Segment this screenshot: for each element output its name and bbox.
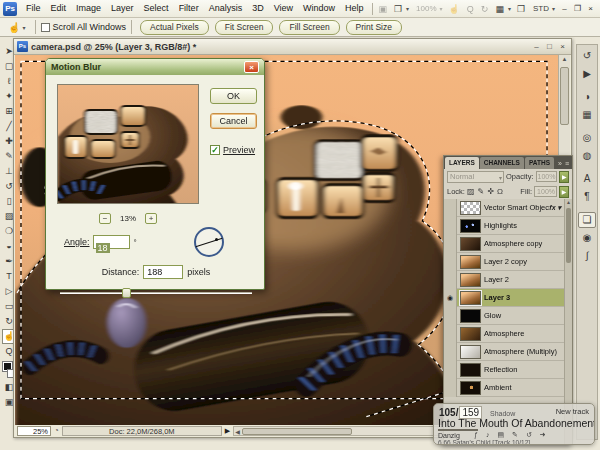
layer-thumbnail[interactable] [460,363,481,377]
layer-row-layer-2-copy[interactable]: ◉ Layer 2 copy fx ▾ [444,253,564,271]
menu-window[interactable]: Window [298,0,340,17]
menu-image[interactable]: Image [71,0,106,17]
distance-slider[interactable] [60,287,252,299]
menu-view[interactable]: View [269,0,298,17]
opacity-slider-button[interactable]: ▶ [559,171,569,183]
menu-edit[interactable]: Edit [46,0,72,17]
layers-scroll-up[interactable]: ▲ [565,199,572,205]
dock-styles[interactable]: ◎ [578,130,596,146]
player-edit[interactable]: ✎ [512,431,518,439]
options-button-actual-pixels[interactable]: Actual Pixels [140,20,209,35]
tab-channels[interactable]: CHANNELS [480,157,524,169]
doc-restore-button[interactable]: □ [544,42,555,51]
status-menu-arrow[interactable]: ▶ [225,427,230,435]
menu-help[interactable]: Help [340,0,369,17]
layer-thumbnail[interactable] [460,219,481,233]
options-button-fit-screen[interactable]: Fit Screen [215,20,274,35]
preview-toggle[interactable]: ✓ Preview [210,145,255,155]
layer-row-layer-3[interactable]: ◉ Layer 3 fx ▾ [444,289,564,307]
layer-thumbnail[interactable] [460,309,481,323]
dock-paths[interactable]: ∫ [578,248,596,264]
fill-slider-button[interactable]: ▶ [559,186,569,198]
layer-row-atmosphere-copy[interactable]: ◉ Atmosphere copy fx ▾ [444,235,564,253]
vertical-scroll-thumb[interactable] [560,67,569,125]
player-repeat[interactable]: ↺ [526,431,532,439]
toolbar-rotate-view[interactable]: ↻ [478,2,493,16]
visibility-toggle[interactable]: ◉ [444,361,457,379]
visibility-toggle[interactable]: ◉ [444,271,457,289]
collapse-panel-icon[interactable]: » [558,160,562,167]
toolbar-screen-mode[interactable]: ❐ [514,2,529,16]
menu-analysis[interactable]: Analysis [204,0,248,17]
visibility-toggle[interactable]: ◉ [444,379,457,397]
menu-layer[interactable]: Layer [106,0,139,17]
tool-preset-hand[interactable]: ☝ [4,22,30,33]
fx-badge[interactable]: fx ▾ [549,204,561,212]
doc-minimize-button[interactable]: – [531,42,542,51]
close-button[interactable]: × [584,3,597,15]
dock-layers[interactable]: ❏ [578,212,596,228]
angle-input[interactable]: 18 [93,235,130,249]
menu-filter[interactable]: Filter [174,0,204,17]
visibility-toggle[interactable]: ◉ [444,253,457,271]
zoom-in-button[interactable]: + [145,213,157,224]
options-button-fill-screen[interactable]: Fill Screen [279,20,339,35]
toolbar-zoom[interactable]: Q [464,2,478,16]
visibility-toggle[interactable]: ◉ [444,325,457,343]
angle-dial[interactable] [194,227,224,257]
layer-thumbnail[interactable] [460,327,481,341]
blend-mode-select[interactable]: Normal [447,171,504,183]
visibility-toggle[interactable]: ◉ [444,217,457,235]
zoom-level-field[interactable]: 25% [17,426,51,436]
layer-row-glow[interactable]: ◉ Glow fx ▾ [444,307,564,325]
toolbar-arrange-documents[interactable]: ▦ [492,2,514,16]
layer-thumbnail[interactable] [460,237,481,251]
layers-scroll-thumb[interactable] [566,208,571,263]
dock-paragraph[interactable]: ¶ [578,189,596,205]
layer-thumbnail[interactable] [460,201,481,215]
zoom-out-button[interactable]: − [99,213,111,224]
dock-adjustments[interactable]: ◍ [578,148,596,164]
cancel-button[interactable]: Cancel [210,113,257,129]
minimize-button[interactable]: – [558,3,571,15]
music-player-overlay[interactable]: 105/ 159 Shadow New track Into The Mouth… [433,403,595,445]
dialog-close-button[interactable]: × [244,61,259,73]
toolbar-workspace[interactable]: STD [529,2,558,16]
filter-preview[interactable] [57,84,199,204]
scroll-up-arrow[interactable]: ▲ [559,56,570,62]
item-lock-position[interactable]: ✜ [487,187,494,196]
toolbar-zoom-level[interactable]: 100% [412,2,445,16]
player-next[interactable]: ➜ [540,431,546,439]
layer-thumbnail[interactable] [460,255,481,269]
layer-thumbnail[interactable] [460,381,481,395]
visibility-toggle[interactable]: ◉ [444,343,457,361]
slider-thumb[interactable] [122,288,131,298]
visibility-toggle[interactable]: ◉ [444,199,457,217]
opacity-value[interactable]: 100% [536,171,558,182]
menu-file[interactable]: File [21,0,46,17]
layer-thumbnail[interactable] [460,291,481,305]
player-playlist[interactable]: ▤ [497,431,504,439]
layer-thumbnail[interactable] [460,345,481,359]
document-titlebar[interactable]: Ps camera.psd @ 25% (Layer 3, RGB/8#) * … [14,39,571,55]
scroll-all-windows-checkbox[interactable] [41,23,50,32]
dock-channels[interactable]: ◉ [578,230,596,246]
item-lock-all[interactable]: Ω [497,187,503,196]
layer-row-reflection[interactable]: ◉ Reflection fx ▾ [444,361,564,379]
item-lock-pixels[interactable]: ✎ [478,187,485,196]
dock-actions[interactable]: ▶ [578,66,596,82]
layer-row-ambient[interactable]: ◉ Ambient fx ▾ [444,379,564,397]
layer-row-highlights[interactable]: ◉ Highlights fx ▾ [444,217,564,235]
dock-swatches[interactable]: ▦ [578,107,596,123]
dialog-titlebar[interactable]: Motion Blur × [46,59,264,75]
layer-thumbnail[interactable] [460,273,481,287]
toolbar-bridge[interactable]: ▣ [375,2,391,16]
distance-input[interactable]: 188 [143,265,183,279]
preview-checkbox[interactable]: ✓ [210,145,220,155]
ok-button[interactable]: OK [210,88,257,104]
tab-paths[interactable]: PATHS [525,157,554,169]
toolbar-hand[interactable]: ☝ [446,2,464,16]
layer-row-vector-smart-object-copy[interactable]: ◉ Vector Smart Object copy fx ▾ [444,199,564,217]
layer-row-layer-2[interactable]: ◉ Layer 2 fx ▾ [444,271,564,289]
item-lock-transparency[interactable]: ▨ [467,187,475,196]
